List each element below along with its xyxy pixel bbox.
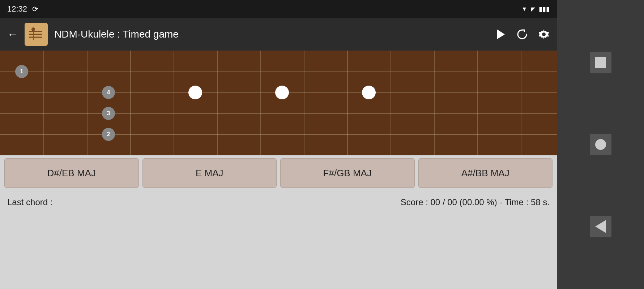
chord-btn-2[interactable]: F#/GB MAJ xyxy=(280,158,415,188)
lower-area xyxy=(0,207,557,289)
fret-2 xyxy=(130,51,131,155)
circle-button[interactable] xyxy=(590,134,611,155)
fret-11 xyxy=(521,51,521,155)
sidebar xyxy=(557,0,644,289)
square-icon xyxy=(595,57,606,68)
fretboard-inner: 1 4 3 2 xyxy=(0,51,557,155)
triangle-icon xyxy=(595,220,606,233)
settings-button[interactable] xyxy=(538,29,550,40)
circle-icon xyxy=(595,139,606,150)
last-chord-label: Last chord : xyxy=(7,197,52,207)
square-button[interactable] xyxy=(590,52,611,73)
refresh-button[interactable] xyxy=(516,29,528,40)
status-icons: ▼ ◤ ▮▮▮ xyxy=(521,5,550,13)
fret-5 xyxy=(260,51,261,155)
fretboard: 1 4 3 2 xyxy=(0,51,557,155)
chord-btn-3[interactable]: A#/BB MAJ xyxy=(418,158,553,188)
fret-6 xyxy=(304,51,304,155)
chord-btn-0[interactable]: D#/EB MAJ xyxy=(4,158,139,188)
back-nav-button[interactable] xyxy=(590,216,611,237)
chord-btn-1[interactable]: E MAJ xyxy=(142,158,277,188)
dot-4: 4 xyxy=(102,86,115,99)
app-title: NDM-Ukulele : Timed game xyxy=(54,29,488,40)
sync-icon: ⟳ xyxy=(32,5,38,13)
dot-3: 3 xyxy=(102,107,115,120)
app-bar-actions xyxy=(495,29,550,40)
score-label: Score : 00 / 00 (00.00 %) - Time : 58 s. xyxy=(401,197,550,207)
fret-10 xyxy=(477,51,478,155)
string-3 xyxy=(0,113,557,114)
svg-marker-6 xyxy=(497,29,505,39)
chord-buttons: D#/EB MAJ E MAJ F#/GB MAJ A#/BB MAJ xyxy=(0,155,557,191)
fret-7 xyxy=(347,51,348,155)
dot-2: 2 xyxy=(102,128,115,141)
string-1 xyxy=(0,72,557,72)
app-icon xyxy=(25,23,48,46)
fret-3 xyxy=(174,51,174,155)
fret-0 xyxy=(43,51,44,155)
status-time: 12:32 xyxy=(7,4,27,14)
open-dot-3 xyxy=(362,86,376,99)
fret-1 xyxy=(87,51,88,155)
fret-8 xyxy=(391,51,391,155)
open-dot-1 xyxy=(188,86,202,99)
signal-icon: ◤ xyxy=(531,6,535,13)
play-button[interactable] xyxy=(495,29,506,40)
fret-4 xyxy=(217,51,218,155)
battery-icon: ▮▮▮ xyxy=(539,5,550,13)
back-button[interactable]: ← xyxy=(7,28,18,40)
svg-point-8 xyxy=(542,33,546,36)
app-bar: ← NDM-Ukulele : Timed game xyxy=(0,18,557,51)
wifi-icon: ▼ xyxy=(521,6,527,12)
string-4 xyxy=(0,134,557,135)
dot-1: 1 xyxy=(15,65,28,78)
status-bar: 12:32 ⟳ ▼ ◤ ▮▮▮ xyxy=(0,0,557,18)
open-dot-2 xyxy=(275,86,289,99)
fret-9 xyxy=(434,51,435,155)
